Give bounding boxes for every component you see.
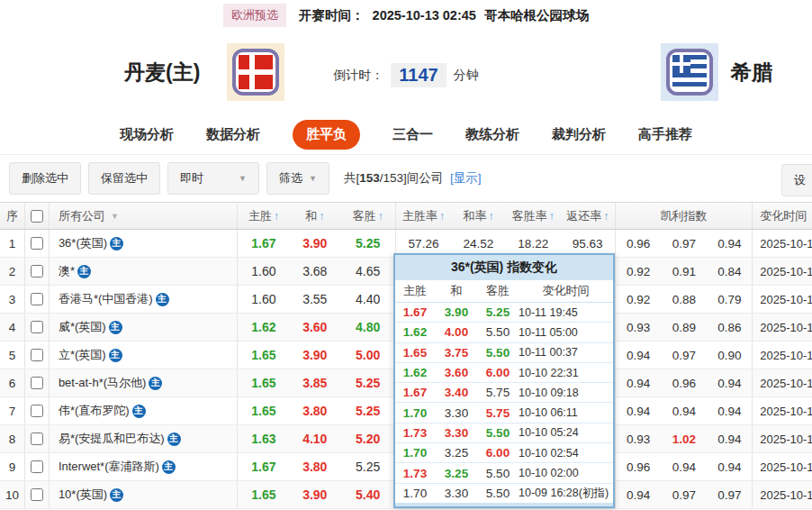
- row-index: 10: [0, 481, 25, 508]
- tab-referee-analysis[interactable]: 裁判分析: [552, 126, 606, 143]
- chevron-down-icon: ▼: [309, 174, 317, 183]
- popup-change-time: 10-10 05:24: [518, 423, 613, 442]
- change-date: 2025-10-12: [753, 481, 812, 508]
- popup-odds-draw: 3.25: [435, 463, 478, 482]
- sort-up-icon: ↑: [488, 210, 493, 223]
- odds-away: 4.65: [340, 258, 396, 285]
- popup-change-time: 10-10 09:18: [518, 383, 613, 402]
- odds-home: 1.65: [238, 481, 289, 508]
- greece-flag-icon: [661, 43, 718, 101]
- chevron-down-icon: ▼: [111, 212, 119, 221]
- row-checkbox-cell: [25, 425, 50, 452]
- main-badge-icon: 主: [110, 488, 123, 502]
- away-team: 希腊: [661, 43, 772, 101]
- kelly-away: 0.94: [707, 453, 753, 480]
- popup-odds-draw: 3.30: [435, 484, 478, 503]
- col-home-rate[interactable]: 主胜率↑: [396, 203, 451, 229]
- change-date: 2025-10-10: [753, 258, 812, 285]
- select-all-checkbox[interactable]: [31, 210, 43, 223]
- company-name[interactable]: 立*(英国)主: [50, 342, 239, 369]
- row-checkbox[interactable]: [31, 460, 43, 473]
- popup-history-row: 1.673.905.2510-11 19:45: [395, 303, 613, 323]
- table-toolbar: 删除选中 保留选中 即时 ▼ 筛选 ▼ 共[153/153]间公司 [显示] 设: [0, 155, 812, 202]
- popup-odds-draw: 4.00: [435, 323, 478, 342]
- tab-expert-picks[interactable]: 高手推荐: [638, 126, 692, 143]
- odds-history-popup: 36*(英国) 指数变化 主胜 和 客胜 变化时间 1.673.905.2510…: [393, 253, 615, 508]
- popup-history-row: 1.673.405.7510-10 09:18: [395, 383, 613, 403]
- odds-home: 1.65: [238, 397, 289, 424]
- kelly-draw: 0.88: [661, 286, 707, 313]
- show-link[interactable]: [显示]: [450, 171, 482, 185]
- odds-draw: 3.90: [289, 230, 340, 257]
- tab-three-in-one[interactable]: 三合一: [392, 126, 433, 143]
- popup-history-row: 1.703.305.7510-10 06:11: [395, 403, 613, 423]
- tab-data-analysis[interactable]: 数据分析: [206, 126, 260, 143]
- company-name[interactable]: bet-at-h*(马尔他)主: [50, 369, 239, 396]
- popup-odds-away: 6.00: [478, 363, 518, 382]
- row-checkbox[interactable]: [31, 488, 43, 501]
- col-draw-rate[interactable]: 和率↑: [451, 203, 506, 229]
- league-badge: 欧洲预选: [223, 4, 286, 27]
- col-draw-odds[interactable]: 和↑: [289, 203, 340, 229]
- delete-selected-button[interactable]: 删除选中: [9, 162, 81, 195]
- match-info-bar: 欧洲预选 开赛时间： 2025-10-13 02:45 哥本哈根公园球场: [0, 0, 812, 31]
- chevron-down-icon: ▼: [239, 174, 247, 183]
- filter-dropdown[interactable]: 筛选 ▼: [266, 162, 329, 195]
- row-checkbox[interactable]: [31, 237, 43, 250]
- company-name[interactable]: 易*(安提瓜和巴布达)主: [50, 425, 239, 452]
- odds-draw: 3.90: [289, 481, 340, 508]
- company-name[interactable]: 香港马*(中国香港)主: [50, 286, 239, 313]
- instant-dropdown[interactable]: 即时 ▼: [167, 162, 259, 195]
- company-name[interactable]: 10*(英国)主: [50, 481, 239, 508]
- row-index: 7: [0, 397, 25, 424]
- col-company[interactable]: 所有公司 ▼: [50, 203, 239, 229]
- col-return-rate[interactable]: 返还率↑: [561, 203, 616, 229]
- row-checkbox[interactable]: [31, 433, 43, 445]
- kelly-away: 0.94: [707, 230, 753, 257]
- row-index: 9: [0, 453, 25, 480]
- row-checkbox-cell: [25, 230, 50, 257]
- row-index: 1: [0, 230, 25, 257]
- kelly-away: 0.97: [707, 481, 753, 508]
- company-name[interactable]: 36*(英国)主: [50, 230, 239, 257]
- row-checkbox-cell: [25, 258, 50, 285]
- odds-draw: 3.55: [289, 286, 340, 313]
- row-checkbox[interactable]: [31, 377, 43, 389]
- odds-away: 4.40: [340, 286, 396, 313]
- company-name[interactable]: 伟*(直布罗陀)主: [50, 397, 239, 424]
- col-away-odds[interactable]: 客胜↑: [340, 203, 396, 229]
- popup-history-row: 1.733.255.5010-10 02:00: [395, 463, 613, 483]
- keep-selected-button[interactable]: 保留选中: [88, 162, 160, 195]
- popup-history-row: 1.733.305.5010-10 05:24: [395, 423, 613, 443]
- kelly-home: 0.93: [616, 314, 662, 341]
- kelly-home: 0.94: [616, 397, 662, 424]
- row-checkbox[interactable]: [31, 321, 43, 333]
- tab-live-analysis[interactable]: 现场分析: [120, 126, 174, 143]
- kelly-home: 0.92: [616, 258, 662, 285]
- odds-home: 1.67: [238, 230, 289, 257]
- company-name[interactable]: Interwet*(塞浦路斯)主: [50, 453, 239, 480]
- tab-win-draw-lose[interactable]: 胜平负: [293, 120, 360, 150]
- settings-button[interactable]: 设: [781, 164, 812, 196]
- popup-odds-draw: 3.60: [435, 363, 478, 382]
- kelly-away: 0.94: [707, 425, 753, 452]
- kelly-away: 0.84: [707, 258, 753, 285]
- popup-col-draw: 和: [435, 280, 478, 302]
- row-checkbox[interactable]: [31, 293, 43, 305]
- popup-col-time: 变化时间: [518, 280, 613, 302]
- tab-coach-analysis[interactable]: 教练分析: [465, 126, 519, 143]
- odds-away: 4.80: [340, 314, 396, 341]
- row-checkbox[interactable]: [31, 405, 43, 417]
- odds-draw: 3.80: [289, 453, 340, 480]
- col-away-rate[interactable]: 客胜率↑: [506, 203, 561, 229]
- row-checkbox[interactable]: [31, 349, 43, 361]
- popup-change-time: 10-10 02:54: [518, 443, 613, 462]
- row-checkbox[interactable]: [31, 265, 43, 278]
- main-badge-icon: 主: [149, 377, 162, 390]
- company-name[interactable]: 威*(英国)主: [50, 314, 239, 341]
- kelly-home: 0.92: [616, 286, 662, 313]
- odds-away: 5.25: [340, 230, 396, 257]
- company-name[interactable]: 澳*主: [50, 258, 239, 285]
- col-home-odds[interactable]: 主胜↑: [238, 203, 289, 229]
- col-change-time: 变化时间: [753, 203, 812, 229]
